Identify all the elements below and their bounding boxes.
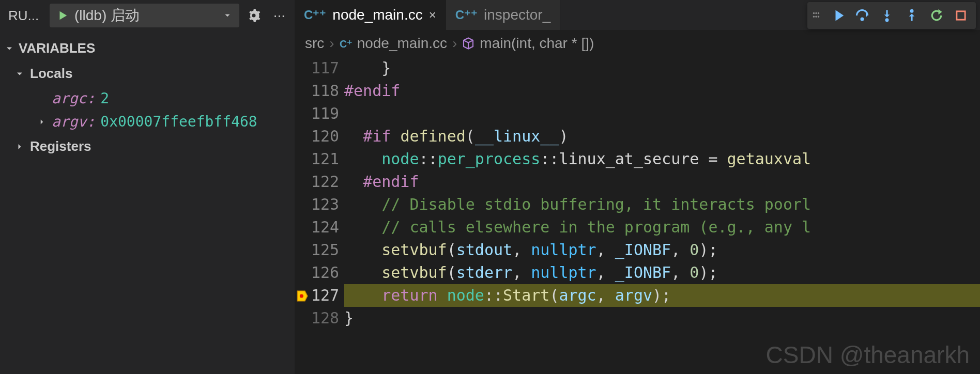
svg-text:C⁺⁺: C⁺⁺ — [340, 38, 352, 50]
continue-button[interactable] — [826, 5, 849, 26]
step-into-button[interactable] — [876, 5, 898, 26]
editor-area: C⁺⁺node_main.cc×C⁺⁺inspector_ src › C⁺⁺ … — [295, 0, 980, 374]
line-number: 119 — [311, 102, 338, 125]
breadcrumb[interactable]: src › C⁺⁺ node_main.cc › main(int, char … — [295, 30, 980, 57]
svg-point-8 — [910, 9, 914, 13]
cpp-file-icon: C⁺⁺ — [340, 37, 352, 50]
line-number: 128 — [311, 307, 338, 330]
line-number: 126 — [311, 261, 338, 284]
chevron-right-icon — [14, 142, 25, 152]
line-number: 117 — [311, 57, 338, 80]
line-number: 121 — [311, 148, 338, 170]
grip-icon[interactable] — [811, 11, 824, 20]
breakpoint-gutter[interactable] — [295, 307, 311, 330]
svg-point-2 — [818, 12, 819, 14]
breakpoint-gutter[interactable] — [295, 216, 311, 239]
tab-label: node_main.cc — [332, 7, 422, 23]
code-line[interactable]: // Disable stdio buffering, it interacts… — [344, 193, 980, 216]
more-icon[interactable]: ··· — [268, 7, 290, 24]
code-line[interactable]: #endif — [344, 170, 980, 193]
code-line[interactable]: } — [344, 57, 980, 80]
chevron-right-icon: › — [452, 35, 457, 52]
step-over-button[interactable] — [851, 5, 874, 26]
variables-section[interactable]: VARIABLES — [0, 31, 295, 60]
launch-config-name: (lldb) 启动 — [74, 6, 217, 25]
debug-sidebar: RU... (lldb) 启动 ··· VARIABLES Locals arg… — [0, 0, 295, 374]
svg-point-4 — [815, 16, 817, 18]
registers-section[interactable]: Registers — [0, 133, 295, 160]
code-line[interactable] — [344, 102, 980, 125]
tab-label: inspector_ — [484, 7, 550, 23]
cpp-file-icon: C⁺⁺ — [455, 8, 478, 22]
chevron-down-icon — [14, 69, 25, 79]
close-icon[interactable]: × — [429, 8, 436, 22]
code-editor[interactable]: 117118119120121122123124125126127128 }#e… — [295, 57, 980, 374]
run-title: RU... — [4, 8, 45, 24]
gear-icon[interactable] — [243, 5, 264, 26]
breakpoint-gutter[interactable] — [295, 170, 311, 193]
line-number: 125 — [311, 239, 338, 261]
step-out-button[interactable] — [900, 5, 923, 26]
breakpoint-gutter[interactable] — [295, 80, 311, 102]
code-line[interactable]: } — [344, 307, 980, 330]
breadcrumb-folder[interactable]: src — [305, 35, 324, 52]
symbol-method-icon — [462, 37, 474, 50]
play-icon — [57, 10, 68, 21]
locals-section[interactable]: Locals — [0, 60, 295, 87]
svg-point-0 — [813, 12, 815, 14]
breadcrumb-symbol[interactable]: main(int, char * []) — [480, 35, 594, 52]
stop-button[interactable] — [950, 6, 972, 25]
chevron-down-icon — [4, 43, 14, 54]
chevron-down-icon — [223, 11, 232, 20]
line-number: 127 — [311, 284, 338, 307]
code-line[interactable]: // calls elsewhere in the program (e.g.,… — [344, 216, 980, 239]
run-header: RU... (lldb) 启动 ··· — [0, 0, 295, 31]
breakpoint-gutter[interactable] — [295, 261, 311, 284]
chevron-right-icon: › — [329, 35, 334, 52]
svg-point-5 — [818, 16, 819, 18]
debug-toolbar[interactable] — [807, 2, 976, 29]
breakpoint-gutter[interactable] — [295, 239, 311, 261]
breakpoint-gutter[interactable] — [295, 57, 311, 80]
code-line[interactable]: node::per_process::linux_at_secure = get… — [344, 148, 980, 170]
tab-inspector_[interactable]: C⁺⁺inspector_ — [446, 0, 561, 30]
line-number: 118 — [311, 80, 338, 102]
registers-label: Registers — [30, 138, 91, 154]
line-number: 124 — [311, 216, 338, 239]
line-number: 122 — [311, 170, 338, 193]
svg-point-1 — [815, 12, 817, 14]
svg-rect-9 — [957, 11, 965, 20]
variable-name: argc: — [52, 90, 95, 107]
svg-point-7 — [885, 18, 889, 22]
breakpoint-gutter[interactable] — [295, 284, 311, 307]
variables-label: VARIABLES — [19, 40, 95, 56]
variable-value: 0x00007ffeefbff468 — [100, 113, 257, 130]
code-line[interactable]: #if defined(__linux__) — [344, 125, 980, 148]
line-number: 120 — [311, 125, 338, 148]
locals-label: Locals — [30, 66, 72, 82]
variable-row[interactable]: argc: 2 — [0, 87, 295, 110]
variable-name: argv: — [52, 113, 95, 130]
svg-point-6 — [861, 18, 864, 21]
code-line[interactable]: setvbuf(stderr, nullptr, _IONBF, 0); — [344, 261, 980, 284]
svg-point-11 — [300, 294, 303, 298]
restart-button[interactable] — [925, 5, 948, 26]
breakpoint-gutter[interactable] — [295, 148, 311, 170]
code-line[interactable]: #endif — [344, 80, 980, 102]
line-number: 123 — [311, 193, 338, 216]
chevron-right-icon — [37, 117, 47, 127]
variable-value: 2 — [100, 90, 109, 107]
code-line[interactable]: return node::Start(argc, argv); — [344, 284, 980, 307]
breakpoint-gutter[interactable] — [295, 102, 311, 125]
breakpoint-gutter[interactable] — [295, 193, 311, 216]
variable-row[interactable]: argv: 0x00007ffeefbff468 — [0, 110, 295, 133]
cpp-file-icon: C⁺⁺ — [304, 8, 326, 22]
breakpoint-gutter[interactable] — [295, 125, 311, 148]
breadcrumb-file[interactable]: node_main.cc — [357, 35, 447, 52]
launch-config-dropdown[interactable]: (lldb) 启动 — [50, 4, 239, 27]
tab-node_main-cc[interactable]: C⁺⁺node_main.cc× — [295, 0, 446, 30]
svg-point-3 — [813, 16, 815, 18]
code-line[interactable]: setvbuf(stdout, nullptr, _IONBF, 0); — [344, 239, 980, 261]
